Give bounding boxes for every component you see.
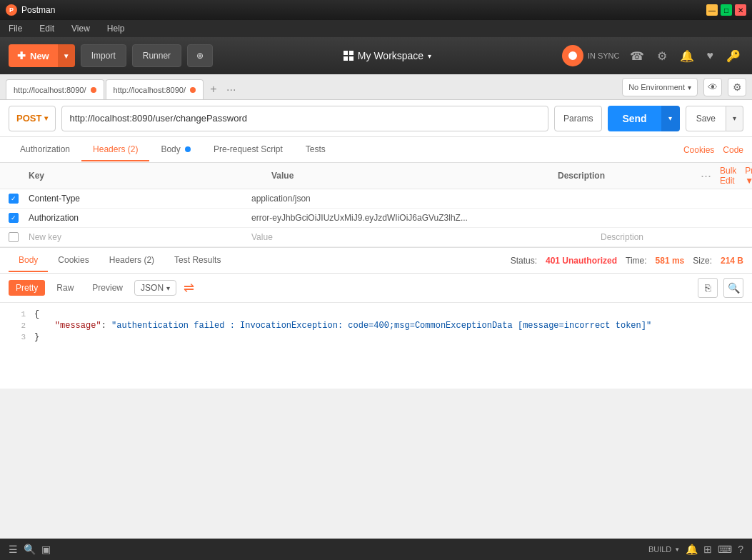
layout-icon[interactable]: ⊞ bbox=[703, 544, 712, 555]
title-bar-controls: — □ ✕ bbox=[706, 4, 746, 16]
header-key-1: Content-Type bbox=[23, 194, 251, 204]
menu-file[interactable]: File bbox=[6, 22, 25, 35]
params-button[interactable]: Params bbox=[554, 106, 602, 131]
copy-icon[interactable]: ⎘ bbox=[698, 278, 718, 298]
connect-icon-button[interactable]: ⊕ bbox=[187, 44, 213, 67]
dots-icon: ··· bbox=[701, 169, 711, 184]
col-value-label: Value bbox=[271, 171, 558, 181]
user-icon[interactable]: 🔑 bbox=[723, 46, 743, 66]
preview-button[interactable]: Preview bbox=[85, 280, 130, 296]
code-link[interactable]: Code bbox=[723, 145, 743, 155]
keyboard-icon[interactable]: ⌨ bbox=[718, 544, 732, 555]
close-button[interactable]: ✕ bbox=[735, 4, 746, 16]
header-value-1: application/json bbox=[251, 194, 601, 204]
interceptor-icon[interactable]: ☎ bbox=[627, 46, 647, 66]
tab-add-button[interactable]: + bbox=[205, 81, 222, 98]
save-button[interactable]: Save bbox=[686, 106, 726, 131]
menu-help[interactable]: Help bbox=[104, 22, 128, 35]
line-num-1: 1 bbox=[9, 309, 26, 319]
new-dropdown-button[interactable]: ▼ bbox=[58, 44, 75, 67]
tab-authorization[interactable]: Authorization bbox=[9, 139, 81, 161]
tab-more-button[interactable]: ··· bbox=[224, 84, 239, 96]
sync-button[interactable]: IN SYNC bbox=[562, 45, 620, 66]
send-button[interactable]: Send bbox=[608, 106, 661, 131]
notifications-icon[interactable]: 🔔 bbox=[677, 46, 697, 66]
header-value-2: error-eyJhbGciOiJIUzUxMiJ9.eyJzdWIiOiJ6a… bbox=[251, 213, 601, 223]
tab-dot-2 bbox=[190, 87, 196, 93]
time-label: Time: bbox=[626, 256, 647, 266]
url-input[interactable] bbox=[61, 106, 548, 131]
help-bottom-icon[interactable]: ? bbox=[738, 544, 743, 555]
environment-selector[interactable]: No Environment ▾ bbox=[622, 78, 698, 96]
request-tabs: Authorization Headers (2) Body Pre-reque… bbox=[0, 137, 752, 163]
word-wrap-icon[interactable]: ⇌ bbox=[184, 280, 194, 296]
method-chevron-icon: ▾ bbox=[44, 114, 48, 122]
resp-tab-tests[interactable]: Test Results bbox=[164, 249, 231, 272]
maximize-button[interactable]: □ bbox=[721, 4, 732, 16]
size-label: Size: bbox=[693, 256, 712, 266]
method-selector[interactable]: POST ▾ bbox=[9, 106, 56, 131]
cookies-link[interactable]: Cookies bbox=[683, 145, 714, 155]
format-label: JSON bbox=[141, 283, 164, 293]
code-text-1: { bbox=[34, 309, 39, 319]
toolbar-center: My Workspace ▾ bbox=[219, 50, 556, 61]
new-button[interactable]: ✚ New bbox=[9, 44, 58, 67]
format-chevron-icon: ▾ bbox=[166, 284, 170, 292]
tabs-bar: http://localhost:8090/ http://localhost:… bbox=[0, 74, 752, 100]
col-description-label: Description bbox=[558, 171, 701, 181]
presets-button[interactable]: Presets ▼ bbox=[745, 166, 752, 186]
menu-view[interactable]: View bbox=[69, 22, 93, 35]
resp-tab-cookies[interactable]: Cookies bbox=[48, 249, 99, 272]
header-key-2: Authorization bbox=[23, 213, 251, 223]
raw-button[interactable]: Raw bbox=[49, 280, 81, 296]
header-row-1: ✓ Content-Type application/json bbox=[0, 189, 752, 209]
runner-button[interactable]: Runner bbox=[132, 44, 181, 67]
tab-prerequest-label: Pre-request Script bbox=[214, 144, 283, 154]
tab-item-2[interactable]: http://localhost:8090/ bbox=[106, 79, 204, 99]
resp-tab-body-label: Body bbox=[19, 255, 38, 265]
heart-icon[interactable]: ♥ bbox=[704, 46, 717, 65]
menu-edit[interactable]: Edit bbox=[36, 22, 57, 35]
tab-tests[interactable]: Tests bbox=[294, 139, 337, 161]
resp-tab-body[interactable]: Body bbox=[9, 249, 48, 272]
sidebar-toggle-icon[interactable]: ☰ bbox=[9, 544, 18, 555]
headers-columns: Key Value Description ··· Bulk Edit Pres… bbox=[0, 163, 752, 189]
search-icon[interactable]: 🔍 bbox=[723, 278, 743, 298]
toolbar-right: IN SYNC ☎ ⚙ 🔔 ♥ 🔑 bbox=[562, 45, 743, 66]
header-checkbox-1[interactable]: ✓ bbox=[9, 194, 19, 204]
settings-icon[interactable]: ⚙ bbox=[654, 46, 670, 66]
env-settings-button[interactable]: ⚙ bbox=[728, 78, 746, 96]
minimize-button[interactable]: — bbox=[706, 4, 718, 16]
header-new-key[interactable]: New key bbox=[23, 232, 251, 242]
header-new-desc[interactable]: Description bbox=[601, 232, 743, 242]
save-dropdown-button[interactable]: ▾ bbox=[726, 106, 743, 131]
sync-label: IN SYNC bbox=[588, 51, 620, 60]
send-dropdown-button[interactable]: ▾ bbox=[661, 106, 680, 131]
pretty-button[interactable]: Pretty bbox=[9, 280, 45, 296]
format-selector[interactable]: JSON ▾ bbox=[134, 280, 176, 296]
resp-tab-headers[interactable]: Headers (2) bbox=[99, 249, 164, 272]
tab-headers[interactable]: Headers (2) bbox=[81, 139, 149, 161]
body-badge bbox=[185, 146, 191, 152]
search-bottom-icon[interactable]: 🔍 bbox=[24, 544, 36, 555]
build-button[interactable]: BUILD ▼ bbox=[648, 545, 680, 554]
size-value: 214 B bbox=[721, 256, 743, 266]
bell-bottom-icon[interactable]: 🔔 bbox=[686, 544, 698, 555]
env-eye-button[interactable]: 👁 bbox=[703, 78, 722, 96]
header-new-value[interactable]: Value bbox=[251, 232, 601, 242]
bulk-edit-button[interactable]: Bulk Edit bbox=[720, 166, 736, 186]
title-bar-left: P Postman bbox=[6, 4, 55, 16]
code-text-3: } bbox=[34, 332, 39, 342]
tab-prerequest[interactable]: Pre-request Script bbox=[202, 139, 294, 161]
import-button[interactable]: Import bbox=[81, 44, 126, 67]
tab-body[interactable]: Body bbox=[149, 139, 202, 161]
toolbar: ✚ New ▼ Import Runner ⊕ My Workspace ▾ I… bbox=[0, 37, 752, 74]
tab-item-1[interactable]: http://localhost:8090/ bbox=[6, 79, 104, 99]
header-checkbox-new[interactable] bbox=[9, 232, 19, 242]
workspace-selector[interactable]: My Workspace ▾ bbox=[344, 50, 431, 61]
console-icon[interactable]: ▣ bbox=[41, 544, 51, 555]
sync-circle-inner bbox=[566, 49, 579, 62]
header-checkbox-2[interactable]: ✓ bbox=[9, 213, 19, 223]
plus-icon: ✚ bbox=[17, 50, 26, 61]
env-placeholder-text: No Environment bbox=[628, 83, 685, 91]
